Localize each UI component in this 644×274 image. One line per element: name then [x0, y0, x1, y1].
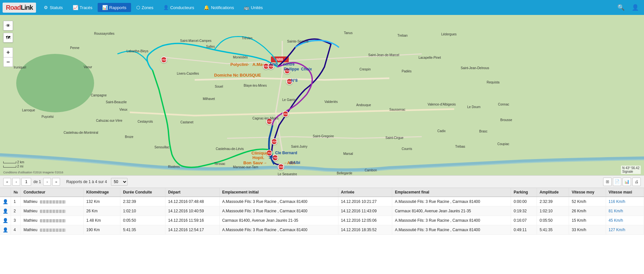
- print-button[interactable]: 🖨: [632, 178, 641, 186]
- cell-arrivee: 14.12.2016 18:35:52: [338, 225, 392, 235]
- cell-conducteur: Mathieu: [21, 197, 84, 206]
- cell-vitesse-maxi: 45 Km/h: [606, 216, 644, 225]
- prev-page-button[interactable]: ‹: [12, 178, 20, 186]
- cell-depart[interactable]: 14.12.2016 10:40:59: [165, 206, 219, 216]
- top-navigation: RoadLink ⚙ Statuts 📈 Tracés 📊 Rapports ⬡…: [0, 0, 644, 15]
- map-coordinates: N 43° 56.42 Signale: [621, 166, 641, 174]
- user-icon[interactable]: 👤: [629, 3, 641, 12]
- col-vitesse-maxi: Vitesse maxi: [606, 188, 644, 197]
- cell-emplacement-final: Carmaux 81400, Avenue Jean Jaurès 21-35: [392, 206, 511, 216]
- nav-traces-label: Tracés: [80, 5, 92, 10]
- cell-num: 4: [11, 225, 21, 235]
- table-row: 👤 3 Mathieu 1.48 Km 0:05:50 14.12.2016 1…: [0, 216, 644, 225]
- total-pages-text: de 1: [33, 180, 41, 184]
- table-section: « ‹ de 1 › » Rapports de 1 à 4 sur 4 10 …: [0, 175, 644, 235]
- cell-amplitude: 1:02:10: [537, 206, 569, 216]
- cell-num: 1: [11, 197, 21, 206]
- nav-zones[interactable]: ⬡ Zones: [132, 3, 158, 12]
- col-depart: Départ: [165, 188, 219, 197]
- col-kilometrage: Kilométrage: [84, 188, 120, 197]
- cell-arrivee: 14.12.2016 12:05:06: [338, 216, 392, 225]
- export-buttons: ⊞ 📄 📊 🖨: [603, 178, 641, 186]
- cell-depart[interactable]: 14.12.2016 07:48:48: [165, 197, 219, 206]
- nav-conducteurs[interactable]: 👤 Conducteurs: [159, 3, 199, 12]
- nav-rapports-label: Rapports: [109, 5, 127, 10]
- cell-kilometrage: 190 Km: [84, 225, 120, 235]
- nav-statuts-label: Statuts: [50, 5, 63, 10]
- map-zoom-controls: + −: [3, 47, 13, 67]
- zoom-out-button[interactable]: −: [3, 57, 13, 67]
- col-emplacement-initial: Emplacement initial: [219, 188, 338, 197]
- cell-parking: 0:19:32: [511, 206, 537, 216]
- signal-label: Signale: [622, 170, 633, 173]
- cell-conducteur: Mathieu: [21, 225, 84, 235]
- fit-columns-button[interactable]: ⊞: [603, 178, 612, 186]
- scale-km-label: 2 km: [17, 160, 24, 164]
- col-duree: Durée Conduite: [120, 188, 165, 197]
- col-icon: [0, 188, 11, 197]
- logo-road: Road: [6, 4, 21, 11]
- first-page-button[interactable]: «: [3, 178, 11, 186]
- unites-icon: 🚌: [244, 5, 249, 10]
- cell-kilometrage: 1.48 Km: [84, 216, 120, 225]
- cell-depart[interactable]: 14.12.2016 12:54:17: [165, 225, 219, 235]
- app-logo: RoadLink: [3, 3, 36, 13]
- cell-emplacement-initial[interactable]: A.Massoutié Fils: 3 Rue Racine , Carmaux…: [219, 206, 338, 216]
- cell-icon: 👤: [0, 216, 11, 225]
- cell-duree: 5:41:35: [120, 225, 165, 235]
- nav-unites-label: Unités: [251, 5, 263, 10]
- search-icon[interactable]: 🔍: [615, 3, 627, 12]
- cell-vitesse-maxi: 116 Km/h: [606, 197, 644, 206]
- last-page-button[interactable]: »: [52, 178, 60, 186]
- nav-notifications[interactable]: 🔔 Notifications: [199, 3, 238, 12]
- cell-amplitude: 0:05:50: [537, 216, 569, 225]
- svg-point-1: [16, 54, 94, 112]
- col-conducteur: Conducteur: [21, 188, 84, 197]
- nav-notifications-label: Notifications: [211, 5, 234, 10]
- map-routes: N88: [0, 15, 644, 175]
- nav-traces[interactable]: 📈 Tracés: [68, 3, 97, 12]
- col-amplitude: Amplitude: [537, 188, 569, 197]
- coord-value: N 43° 56.42: [622, 166, 639, 170]
- scale-mi-label: 2 mi: [17, 165, 23, 168]
- next-page-button[interactable]: ›: [43, 178, 51, 186]
- cell-vitesse-moy: 52 Km/h: [569, 197, 606, 206]
- map-layers-button[interactable]: 🗺: [3, 33, 13, 43]
- statuts-icon: ⚙: [44, 5, 48, 10]
- conducteurs-icon: 👤: [163, 5, 169, 10]
- nav-unites[interactable]: 🚌 Unités: [239, 3, 267, 12]
- nav-statuts[interactable]: ⚙ Statuts: [39, 3, 67, 12]
- cell-arrivee: 14.12.2016 11:43:09: [338, 206, 392, 216]
- page-size-select[interactable]: 10 25 50 100: [111, 178, 128, 186]
- cell-emplacement-initial[interactable]: A.Massoutié Fils: 3 Rue Racine , Carmaux…: [219, 197, 338, 206]
- zoom-in-button[interactable]: +: [3, 47, 13, 57]
- map-visibility-toggle[interactable]: 👁: [3, 21, 13, 31]
- table-row: 👤 2 Mathieu 26 Km 1:02:10 14.12.2016 10:…: [0, 206, 644, 216]
- nav-zones-label: Zones: [142, 5, 153, 10]
- nav-rapports[interactable]: 📊 Rapports: [98, 3, 131, 12]
- table-row: 👤 1 Mathieu 132 Km 2:32:39 14.12.2016 07…: [0, 197, 644, 206]
- traces-icon: 📈: [73, 5, 78, 10]
- cell-emplacement-final: A.Massoutié Fils: 3 Rue Racine , Carmaux…: [392, 216, 511, 225]
- zones-icon: ⬡: [136, 5, 140, 10]
- rapports-icon: 📊: [102, 5, 108, 10]
- map-container[interactable]: N88 STOP STOP STOP STOP STOP STOP STOP S…: [0, 15, 644, 175]
- table-body: 👤 1 Mathieu 132 Km 2:32:39 14.12.2016 07…: [0, 197, 644, 235]
- nav-conducteurs-label: Conducteurs: [170, 5, 194, 10]
- cell-emplacement-initial[interactable]: A.Massoutié Fils: 3 Rue Racine , Carmaux…: [219, 225, 338, 235]
- cell-depart[interactable]: 14.12.2016 11:59:16: [165, 216, 219, 225]
- col-num: №: [11, 188, 21, 197]
- cell-vitesse-maxi: 81 Km/h: [606, 206, 644, 216]
- cell-icon: 👤: [0, 225, 11, 235]
- cell-vitesse-moy: 33 Km/h: [569, 225, 606, 235]
- export-excel-button[interactable]: 📊: [623, 178, 631, 186]
- reports-table: № Conducteur Kilométrage Durée Conduite …: [0, 188, 644, 235]
- pagination-bar: « ‹ de 1 › » Rapports de 1 à 4 sur 4 10 …: [0, 176, 644, 188]
- page-number-input[interactable]: [21, 178, 31, 186]
- svg-text:N88: N88: [276, 57, 283, 61]
- cell-parking: 0:49:11: [511, 225, 537, 235]
- export-pdf-button[interactable]: 📄: [613, 178, 621, 186]
- pagination-info: Rapports de 1 à 4 sur 4: [66, 180, 107, 184]
- table-header-row: № Conducteur Kilométrage Durée Conduite …: [0, 188, 644, 197]
- cell-emplacement-initial[interactable]: Carmaux 81400, Avenue Jean Jaurès 21-35: [219, 216, 338, 225]
